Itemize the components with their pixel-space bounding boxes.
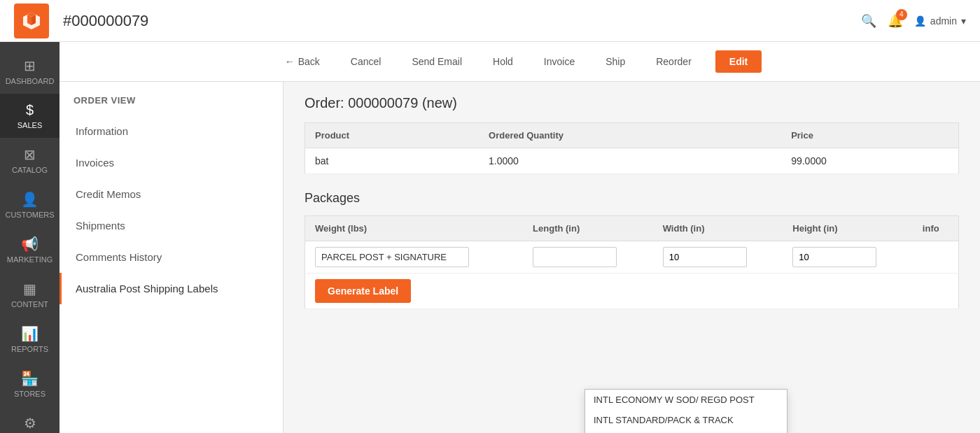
col-product: Product [305,123,479,148]
cancel-button[interactable]: Cancel [344,52,388,71]
nav-australia-post[interactable]: Australia Post Shipping Labels [59,273,283,304]
action-bar: ← Back Cancel Send Email Hold Invoice Sh… [59,42,980,82]
order-view-nav: ORDER VIEW Information Invoices Credit M… [59,81,284,433]
back-label: Back [298,56,320,67]
hold-button[interactable]: Hold [486,52,520,71]
order-table: Product Ordered Quantity Price bat 1.000… [304,122,959,174]
admin-icon: 👤 [914,15,926,27]
table-row: bat 1.0000 99.0000 [305,148,959,174]
content-icon: ▦ [23,281,36,297]
dropdown-overlay: INTL ECONOMY W SOD/ REGD POST INTL STAND… [584,389,788,433]
col-price: Price [781,123,958,148]
sidebar-item-customers[interactable]: 👤 CUSTOMERS [0,183,59,227]
col-height: Height (in) [783,216,913,241]
chevron-down-icon: ▾ [961,15,966,27]
edit-button[interactable]: Edit [715,50,762,73]
reorder-button[interactable]: Reorder [649,52,699,71]
dashboard-icon: ⊞ [24,57,36,74]
customers-icon: 👤 [21,191,38,208]
weight-cell: PARCEL POST + SIGNATURE [305,241,524,274]
topbar: #000000079 🔍 🔔 4 👤 admin ▾ [0,0,980,42]
search-button[interactable]: 🔍 [861,13,876,29]
dropdown-option-2[interactable]: INTL EXPRESS MERCH/ECI MERCH [585,430,787,433]
admin-label: admin [930,15,957,27]
order-title: Order: 000000079 (new) [304,95,959,111]
sales-icon: $ [26,102,34,118]
width-cell [653,241,783,274]
arrow-left-icon: ← [285,56,295,67]
col-length: Length (in) [523,216,653,241]
back-button[interactable]: ← Back [278,52,327,71]
sidebar-item-catalog[interactable]: ⊠ CATALOG [0,138,59,183]
price: 99.0000 [781,148,958,174]
generate-label-button[interactable]: Generate Label [315,279,411,303]
topbar-icons: 🔍 🔔 4 👤 admin ▾ [861,13,966,29]
nav-information[interactable]: Information [59,115,283,147]
sidebar-item-label: CATALOG [12,166,48,174]
sidebar-item-label: REPORTS [11,345,48,353]
sidebar-item-marketing[interactable]: 📢 MARKETING [0,227,59,272]
notifications-button[interactable]: 🔔 4 [888,13,903,29]
ship-button[interactable]: Ship [598,52,632,71]
col-qty: Ordered Quantity [479,123,781,148]
col-info: info [913,216,959,241]
dropdown-option-0[interactable]: INTL ECONOMY W SOD/ REGD POST [585,390,787,410]
col-width: Width (in) [653,216,783,241]
col-weight: Weight (lbs) [305,216,524,241]
generate-label-cell: Generate Label [305,274,959,309]
system-icon: ⚙ [24,415,36,432]
sidebar-item-label: STORES [14,390,46,398]
sidebar-item-label: CONTENT [11,300,48,308]
nav-shipments[interactable]: Shipments [59,210,283,241]
invoice-button[interactable]: Invoice [537,52,582,71]
info-cell [913,241,959,274]
order-view-title: ORDER VIEW [59,95,283,115]
length-input[interactable] [533,247,617,267]
width-input[interactable] [663,247,747,267]
content-panel: Order: 000000079 (new) Product Ordered Q… [284,81,980,433]
sidebar-item-system[interactable]: ⚙ SYSTEM [0,406,59,433]
dropdown-option-1[interactable]: INTL STANDARD/PACK & TRACK [585,410,787,430]
ordered-quantity: 1.0000 [479,148,781,174]
packages-row: PARCEL POST + SIGNATURE [305,241,959,274]
product-name: bat [305,148,479,174]
main-content: ← Back Cancel Send Email Hold Invoice Sh… [59,42,980,433]
height-cell [783,241,913,274]
height-input[interactable] [792,247,876,267]
sidebar-item-label: SALES [18,121,42,129]
stores-icon: 🏪 [21,370,38,387]
layout: ⊞ DASHBOARD $ SALES ⊠ CATALOG 👤 CUSTOMER… [0,42,980,433]
packages-table: Weight (lbs) Length (in) Width (in) Heig… [304,215,959,309]
nav-invoices[interactable]: Invoices [59,147,283,178]
packages-title: Packages [304,191,959,206]
sidebar-item-stores[interactable]: 🏪 STORES [0,362,59,406]
sidebar-item-label: MARKETING [7,255,52,264]
sidebar: ⊞ DASHBOARD $ SALES ⊠ CATALOG 👤 CUSTOMER… [0,42,59,433]
sidebar-item-reports[interactable]: 📊 REPORTS [0,317,59,362]
length-cell [523,241,653,274]
reports-icon: 📊 [21,325,38,342]
sidebar-item-label: CUSTOMERS [5,211,54,219]
nav-credit-memos[interactable]: Credit Memos [59,178,283,210]
marketing-icon: 📢 [21,236,38,253]
sidebar-item-sales[interactable]: $ SALES [0,94,59,138]
sidebar-item-content[interactable]: ▦ CONTENT [0,272,59,317]
nav-comments-history[interactable]: Comments History [59,241,283,273]
send-email-button[interactable]: Send Email [405,52,469,71]
logo [14,3,49,38]
package-type-selector[interactable]: PARCEL POST + SIGNATURE [315,247,469,267]
notification-badge: 4 [896,9,907,20]
admin-user-menu[interactable]: 👤 admin ▾ [914,15,966,27]
catalog-icon: ⊠ [24,146,36,163]
packages-action-row: Generate Label [305,274,959,309]
sidebar-item-dashboard[interactable]: ⊞ DASHBOARD [0,49,59,94]
page-title: #000000079 [63,12,861,30]
sidebar-item-label: DASHBOARD [6,77,55,85]
